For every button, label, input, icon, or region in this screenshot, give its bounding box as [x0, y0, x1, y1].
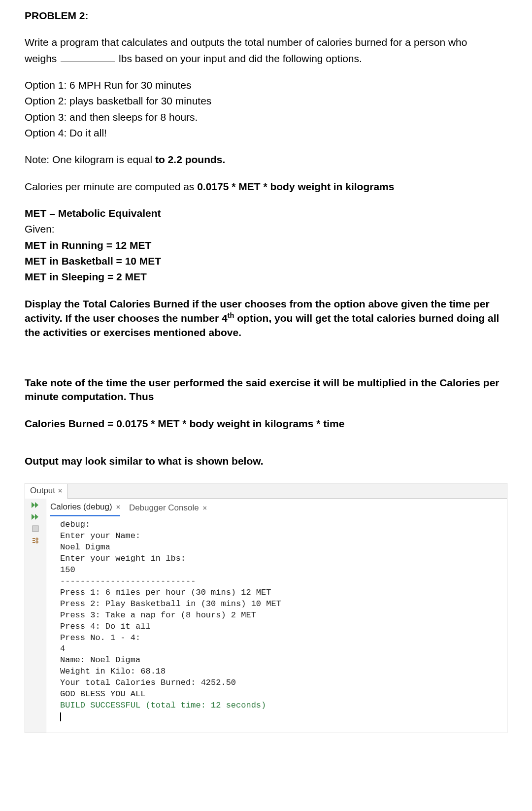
option-line: Option 4: Do it all!: [25, 126, 507, 140]
output-panel: Output ×: [25, 483, 507, 733]
option-line: Option 2: plays basketball for 30 minute…: [25, 94, 507, 108]
option-line: Option 1: 6 MPH Run for 30 minutes: [25, 78, 507, 92]
close-icon[interactable]: ×: [203, 504, 207, 513]
console-line: 4: [60, 643, 500, 655]
cpm-bold: 0.0175 * MET * body weight in kilograms: [197, 181, 394, 192]
svg-rect-0: [33, 526, 38, 532]
cpm-prefix: Calories per minute are computed as: [25, 181, 197, 192]
tab-row: Output ×: [25, 483, 507, 499]
output-sidebar: [25, 499, 46, 733]
intro-prefix: weighs: [25, 53, 60, 64]
display-instructions: Display the Total Calories Burned if the…: [25, 297, 507, 339]
note-line: Note: One kilogram is equal to 2.2 pound…: [25, 153, 507, 167]
console-line: Press 2: Play Basketball in (30 mins) 10…: [60, 599, 500, 610]
given-label: Given:: [25, 222, 507, 236]
note-bold: to 2.2 pounds.: [155, 154, 225, 165]
intro-line-2: weighs lbs based on your input and did t…: [25, 52, 507, 66]
console-line: Enter your Name:: [60, 531, 500, 542]
document-page: PROBLEM 2: Write a program that calculat…: [0, 0, 532, 753]
met-line: MET in Basketball = 10 MET: [25, 254, 507, 268]
option-line: Option 3: and then sleeps for 8 hours.: [25, 110, 507, 124]
console-cursor-line: [60, 711, 500, 723]
intro-suffix: lbs based on your input and did the foll…: [116, 53, 362, 64]
console-line: Press No. 1 - 4:: [60, 633, 500, 644]
met-line: MET in Sleeping = 2 MET: [25, 270, 507, 284]
subtab-label: Debugger Console: [129, 503, 199, 514]
console-line: Weight in Kilo: 68.18: [60, 666, 500, 677]
run-icon-2[interactable]: [30, 512, 41, 521]
run-icon[interactable]: [30, 501, 41, 509]
tab-output[interactable]: Output ×: [25, 484, 67, 499]
subtab-calories-debug[interactable]: Calories (debug) ×: [50, 502, 120, 516]
close-icon[interactable]: ×: [58, 486, 62, 496]
tab-label: Output: [30, 485, 55, 497]
console-line: Press 4: Do it all: [60, 621, 500, 633]
console-line: Noel Digma: [60, 542, 500, 553]
calories-per-minute-line: Calories per minute are computed as 0.01…: [25, 180, 507, 194]
console-line: Name: Noel Digma: [60, 655, 500, 666]
take-note-text: Take note of the time the user performed…: [25, 376, 507, 404]
output-similar-text: Output may look similar to what is shown…: [25, 454, 507, 468]
note-prefix: Note: One kilogram is equal: [25, 154, 155, 165]
svg-point-1: [36, 538, 38, 540]
settings-icon[interactable]: [30, 536, 41, 545]
console-line: debug:: [60, 519, 500, 531]
console-output: debug: Enter your Name: Noel Digma Enter…: [48, 517, 505, 723]
console-line: Press 1: 6 miles per hour (30 mins) 12 M…: [60, 587, 500, 599]
formula-text: Calories Burned = 0.0175 * MET * body we…: [25, 417, 507, 431]
intro-line-1: Write a program that calculates and outp…: [25, 35, 507, 49]
met-line: MET in Running = 12 MET: [25, 238, 507, 252]
met-heading: MET – Metabolic Equivalent: [25, 206, 507, 220]
problem-title: PROBLEM 2:: [25, 9, 507, 23]
subtab-debugger-console[interactable]: Debugger Console ×: [129, 503, 207, 516]
close-icon[interactable]: ×: [116, 503, 120, 512]
subtab-label: Calories (debug): [50, 502, 112, 513]
subtab-row: Calories (debug) × Debugger Console ×: [48, 499, 505, 517]
ordinal-suffix: th: [228, 311, 234, 319]
svg-point-2: [36, 541, 38, 543]
console-line: ---------------------------: [60, 576, 500, 587]
console-line: GOD BLESS YOU ALL: [60, 689, 500, 700]
console-line: Press 3: Take a nap for (8 hours) 2 MET: [60, 610, 500, 621]
stop-icon[interactable]: [30, 524, 41, 533]
text-cursor: [60, 712, 61, 721]
console-line: 150: [60, 565, 500, 576]
blank-fill-line: [61, 62, 115, 62]
console-line: Your total Calories Burned: 4252.50: [60, 677, 500, 689]
console-line: Enter your weight in lbs:: [60, 553, 500, 565]
console-build-line: BUILD SUCCESSFUL (total time: 12 seconds…: [60, 700, 500, 711]
